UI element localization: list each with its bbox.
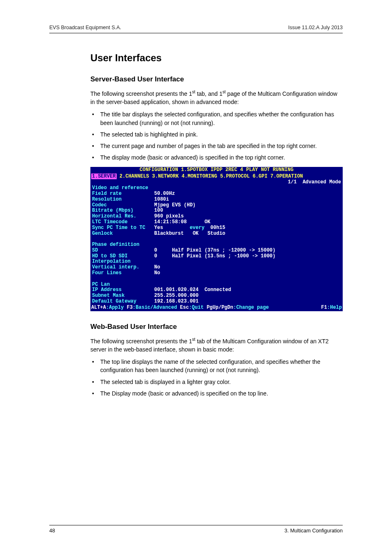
section2-heading: Web-Based User Interface xyxy=(90,323,343,331)
section1-intro: The following screenshot presents the 1s… xyxy=(90,89,343,106)
config-terminal: CONFIGURATION 1.SPOTBOX IPDP 2REC 4 PLAY… xyxy=(90,167,343,311)
terminal-body: Video and reference Field rate 50.00Hz R… xyxy=(90,185,343,305)
list-item: The current page and number of pages in … xyxy=(90,142,343,150)
page-number: 48 xyxy=(49,528,55,534)
header-left: EVS Broadcast Equipment S.A. xyxy=(49,25,121,30)
tab-server[interactable]: 1.SERVER xyxy=(91,173,117,179)
terminal-tabs[interactable]: 1.SERVER 2.CHANNELS 3.NETWORK 4.MONITORI… xyxy=(90,173,343,180)
content: User Interfaces Server-Based User Interf… xyxy=(90,52,343,398)
page-header: EVS Broadcast Equipment S.A. Issue 11.02… xyxy=(49,25,343,33)
terminal-footer: ALT+A:Apply F3:Basic/Advanced Esc:Quit P… xyxy=(90,305,343,311)
header-right: Issue 11.02.A July 2013 xyxy=(288,25,343,30)
list-item: The top line displays the name of the se… xyxy=(90,358,343,375)
terminal-title: CONFIGURATION 1.SPOTBOX IPDP 2REC 4 PLAY… xyxy=(90,167,343,173)
section1-heading: Server-Based User Interface xyxy=(90,75,343,83)
tabs-rest[interactable]: 2.CHANNELS 3.NETWORK 4.MONITORING 5.PROT… xyxy=(117,173,303,179)
page-footer: 48 3. Multicam Configuration xyxy=(49,525,343,534)
page-title: User Interfaces xyxy=(90,52,343,64)
list-item: The Display mode (basic or advanced) is … xyxy=(90,389,343,398)
list-item: The title bar displays the selected conf… xyxy=(90,110,343,127)
list-item: The selected tab is highlighted in pink. xyxy=(90,130,343,139)
footer-section: 3. Multicam Configuration xyxy=(284,528,343,534)
section1-bullets: The title bar displays the selected conf… xyxy=(90,110,343,162)
section2-bullets: The top line displays the name of the se… xyxy=(90,358,343,398)
list-item: The display mode (basic or advanced) is … xyxy=(90,153,343,162)
list-item: The selected tab is displayed in a light… xyxy=(90,378,343,386)
terminal-mode: 1/1 Advanced Mode xyxy=(90,180,343,185)
section2-intro: The following screenshot presents the 1s… xyxy=(90,337,343,354)
